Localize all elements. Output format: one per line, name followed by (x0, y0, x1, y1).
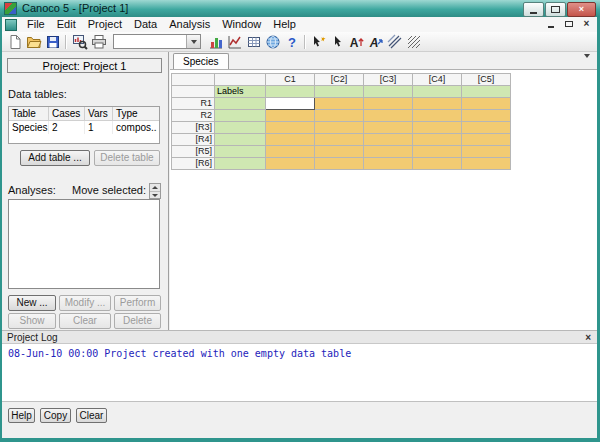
data-cell[interactable] (315, 146, 364, 158)
row-header[interactable]: R1 (172, 98, 215, 110)
hatch-lines-icon[interactable] (385, 33, 404, 50)
analysis-combobox[interactable] (113, 34, 201, 49)
minimize-button[interactable] (523, 2, 544, 17)
column-header[interactable]: [C2] (315, 74, 364, 86)
row-label-cell[interactable] (215, 134, 266, 146)
printer-icon[interactable] (89, 33, 108, 50)
menu-help[interactable]: Help (267, 17, 302, 32)
data-cell[interactable] (266, 110, 315, 122)
data-cell[interactable] (413, 98, 462, 110)
text-arrow-icon[interactable]: A (366, 33, 385, 50)
data-cell[interactable] (266, 134, 315, 146)
data-cell[interactable] (315, 98, 364, 110)
data-cell[interactable] (364, 158, 413, 170)
data-cell[interactable] (364, 134, 413, 146)
column-header-cases[interactable]: Cases (49, 107, 85, 120)
data-cell[interactable] (462, 110, 511, 122)
column-header[interactable]: [C4] (413, 74, 462, 86)
log-clear-button[interactable]: Clear (76, 408, 107, 423)
data-cell[interactable] (364, 122, 413, 134)
column-header[interactable]: C1 (266, 74, 315, 86)
line-chart-icon[interactable] (225, 33, 244, 50)
row-header[interactable]: [R5] (172, 146, 215, 158)
spinner-up-icon[interactable] (150, 184, 160, 192)
cursor-star-icon[interactable] (309, 33, 328, 50)
bar-chart-icon[interactable] (206, 33, 225, 50)
chart-magnifier-icon[interactable] (70, 33, 89, 50)
analyses-listbox[interactable] (8, 199, 160, 289)
data-cell[interactable] (315, 110, 364, 122)
row-header[interactable]: R2 (172, 110, 215, 122)
row-label-cell[interactable] (215, 98, 266, 110)
log-help-button[interactable]: Help (8, 408, 35, 423)
menu-edit[interactable]: Edit (51, 17, 82, 32)
combobox-dropdown-icon[interactable] (186, 35, 200, 48)
data-cell[interactable] (462, 98, 511, 110)
data-cell[interactable] (364, 110, 413, 122)
new-document-icon[interactable] (5, 33, 24, 50)
row-label-cell[interactable] (215, 110, 266, 122)
data-cell[interactable] (315, 134, 364, 146)
column-label-cell[interactable] (266, 86, 315, 98)
open-folder-icon[interactable] (24, 33, 43, 50)
labels-row-title[interactable]: Labels (215, 86, 266, 98)
menu-file[interactable]: File (21, 17, 51, 32)
log-copy-button[interactable]: Copy (40, 408, 71, 423)
tab-species[interactable]: Species (173, 53, 229, 69)
close-button[interactable]: × (567, 2, 596, 17)
row-header[interactable]: [R3] (172, 122, 215, 134)
menu-window[interactable]: Window (216, 17, 267, 32)
species-grid[interactable]: C1[C2][C3][C4][C5]LabelsR1R2[R3][R4][R5]… (171, 73, 511, 170)
data-cell[interactable] (266, 158, 315, 170)
mdi-restore-button[interactable] (560, 18, 577, 30)
data-tables-list[interactable]: Table Cases Vars Type Species 2 1 compos… (8, 106, 160, 144)
hatch-dense-icon[interactable] (404, 33, 423, 50)
column-header[interactable]: [C5] (462, 74, 511, 86)
data-cell[interactable] (462, 158, 511, 170)
new-analysis-button[interactable]: New ... (8, 295, 56, 311)
spinner-down-icon[interactable] (150, 192, 160, 199)
menu-data[interactable]: Data (128, 17, 163, 32)
data-cell[interactable] (413, 122, 462, 134)
row-header[interactable]: [R6] (172, 158, 215, 170)
cursor-icon[interactable] (328, 33, 347, 50)
data-cell[interactable] (413, 158, 462, 170)
column-label-cell[interactable] (364, 86, 413, 98)
menu-analysis[interactable]: Analysis (163, 17, 216, 32)
data-cell[interactable] (315, 122, 364, 134)
column-label-cell[interactable] (315, 86, 364, 98)
row-label-cell[interactable] (215, 122, 266, 134)
table-grid-icon[interactable] (244, 33, 263, 50)
data-cell[interactable] (266, 146, 315, 158)
document-system-icon[interactable] (5, 19, 17, 31)
row-label-cell[interactable] (215, 158, 266, 170)
mdi-close-button[interactable]: × (578, 18, 595, 30)
maximize-button[interactable] (545, 2, 566, 17)
column-label-cell[interactable] (413, 86, 462, 98)
table-row[interactable]: Species 2 1 compos... (9, 121, 159, 134)
row-label-cell[interactable] (215, 146, 266, 158)
column-header-table[interactable]: Table (9, 107, 49, 120)
app-icon[interactable] (4, 2, 17, 15)
globe-icon[interactable] (263, 33, 282, 50)
log-close-icon[interactable]: × (585, 331, 591, 344)
text-larger-icon[interactable]: A (347, 33, 366, 50)
data-cell[interactable] (413, 134, 462, 146)
data-cell[interactable] (315, 158, 364, 170)
data-cell[interactable] (462, 134, 511, 146)
tab-list-dropdown-icon[interactable] (584, 58, 590, 70)
data-cell[interactable] (462, 122, 511, 134)
data-cell[interactable] (364, 146, 413, 158)
row-header[interactable]: [R4] (172, 134, 215, 146)
column-header-vars[interactable]: Vars (85, 107, 113, 120)
add-table-button[interactable]: Add table ... (20, 150, 90, 166)
selected-data-cell[interactable] (266, 98, 315, 110)
column-label-cell[interactable] (462, 86, 511, 98)
data-cell[interactable] (364, 98, 413, 110)
data-cell[interactable] (413, 146, 462, 158)
mdi-minimize-button[interactable] (542, 18, 559, 30)
save-icon[interactable] (43, 33, 62, 50)
data-cell[interactable] (413, 110, 462, 122)
help-icon[interactable]: ? (282, 33, 301, 50)
column-header[interactable]: [C3] (364, 74, 413, 86)
